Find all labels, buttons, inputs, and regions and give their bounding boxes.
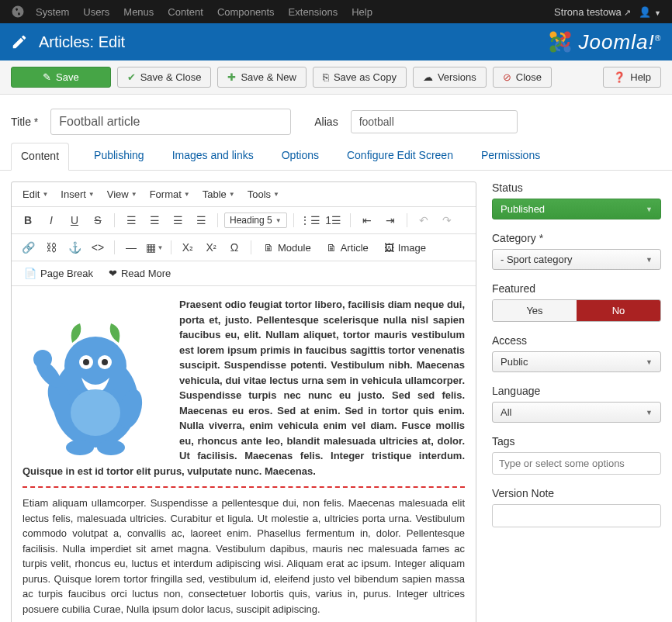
align-center-button[interactable]: ☰ (144, 211, 165, 230)
indent-button[interactable]: ⇥ (380, 211, 400, 230)
outdent-button[interactable]: ⇤ (357, 211, 377, 230)
hr-button[interactable]: — (121, 238, 141, 257)
user-menu[interactable]: 👤 ▼ (639, 6, 661, 18)
site-name-link[interactable]: Strona testowa ↗ (554, 6, 631, 18)
editor-content-area[interactable]: Praesent odio feugiat tortor libero, fac… (12, 286, 476, 622)
readmore-button[interactable]: ❤Read More (102, 265, 177, 282)
check-icon: ✎ (43, 71, 51, 83)
align-left-button[interactable]: ☰ (121, 211, 141, 230)
subscript-button[interactable]: X₂ (178, 238, 198, 257)
featured-yes[interactable]: Yes (493, 300, 577, 321)
tab-images-links[interactable]: Images and links (169, 143, 257, 170)
check-icon: ✔ (127, 71, 136, 83)
editor-toolbar-2: 🔗 ⛓ ⚓ <> — ▦▼ X₂ X² Ω 🗎Module 🗎Article 🖼… (12, 234, 476, 261)
topnav-help[interactable]: Help (352, 6, 372, 18)
access-select[interactable]: Public▼ (492, 351, 661, 372)
editor-menu-tools[interactable]: Tools▼ (243, 186, 284, 202)
title-input[interactable] (50, 109, 291, 135)
alias-label: Alias (314, 116, 338, 128)
editor-menu-edit[interactable]: Edit▼ (18, 186, 53, 202)
status-select[interactable]: Published▼ (492, 199, 661, 219)
save-copy-button[interactable]: ⎘Save as Copy (313, 67, 407, 88)
editor-toolbar-3: 📄Page Break ❤Read More (12, 261, 476, 286)
anchor-button[interactable]: ⚓ (64, 238, 85, 257)
bold-button[interactable]: B (18, 211, 38, 230)
tags-label: Tags (492, 435, 661, 447)
help-button[interactable]: ❓Help (603, 67, 661, 88)
redo-button[interactable]: ↷ (437, 211, 457, 230)
insert-article-button[interactable]: 🗎Article (320, 240, 375, 256)
unlink-button[interactable]: ⛓ (41, 238, 61, 257)
topnav-menu: System Users Menus Content Components Ex… (36, 6, 372, 18)
topnav-menus[interactable]: Menus (123, 6, 154, 18)
number-list-button[interactable]: 1☰ (324, 211, 344, 230)
link-button[interactable]: 🔗 (18, 238, 38, 257)
editor-menu-view[interactable]: View▼ (102, 186, 142, 202)
align-justify-button[interactable]: ☰ (191, 211, 211, 230)
superscript-button[interactable]: X² (201, 238, 221, 257)
save-new-button[interactable]: ✚Save & New (217, 67, 307, 88)
access-label: Access (492, 334, 661, 347)
pagebreak-button[interactable]: 📄Page Break (18, 265, 99, 282)
format-select[interactable]: Heading 5▼ (224, 213, 287, 228)
svg-point-14 (66, 440, 94, 455)
sidebar-options: Status Published▼ Category * - Sport cat… (492, 181, 661, 622)
table-button[interactable]: ▦▼ (144, 238, 165, 257)
editor-menu-table[interactable]: Table▼ (198, 186, 240, 202)
close-button[interactable]: ⊘Close (493, 67, 552, 88)
version-note-label: Version Note (492, 487, 661, 499)
save-close-button[interactable]: ✔Save & Close (117, 67, 212, 88)
action-toolbar: ✎Save ✔Save & Close ✚Save & New ⎘Save as… (0, 60, 672, 95)
chevron-down-icon: ▼ (646, 409, 653, 416)
special-char-button[interactable]: Ω (224, 238, 244, 257)
language-select[interactable]: All▼ (492, 402, 661, 423)
version-note-input[interactable] (492, 504, 661, 527)
tab-publishing[interactable]: Publishing (91, 143, 147, 170)
editor-menu-format[interactable]: Format▼ (145, 186, 195, 202)
underline-button[interactable]: U (64, 211, 85, 230)
topnav-extensions[interactable]: Extensions (289, 6, 338, 18)
svg-point-7 (83, 359, 89, 365)
pagebreak-icon: 📄 (24, 268, 36, 279)
stack-icon: ☁ (423, 71, 433, 83)
chevron-down-icon: ▼ (646, 206, 653, 213)
edit-tabs: Content Publishing Images and links Opti… (0, 143, 672, 171)
article-paragraph-2: Etiam aliquam ullamcorper. Suspendisse a… (23, 496, 465, 617)
topnav-users[interactable]: Users (83, 6, 109, 18)
svg-point-16 (71, 389, 120, 436)
external-link-icon: ↗ (624, 8, 631, 17)
image-icon: 🖼 (384, 242, 394, 254)
editor-toolbar-1: B I U S ☰ ☰ ☰ ☰ Heading 5▼ ⋮☰ 1☰ ⇤ ⇥ ↶ ↷ (12, 207, 476, 234)
featured-label: Featured (492, 282, 661, 295)
category-select[interactable]: - Sport category▼ (492, 249, 661, 270)
featured-toggle[interactable]: Yes No (492, 299, 661, 322)
topnav-components[interactable]: Components (217, 6, 275, 18)
featured-no[interactable]: No (577, 300, 660, 321)
joomla-brand-text: Joomla!® (579, 30, 661, 54)
tags-input[interactable] (492, 452, 661, 475)
align-right-button[interactable]: ☰ (168, 211, 188, 230)
monster-image (26, 300, 165, 455)
save-button[interactable]: ✎Save (11, 67, 111, 88)
undo-button[interactable]: ↶ (414, 211, 434, 230)
title-alias-row: Title * Alias (0, 95, 672, 143)
code-button[interactable]: <> (88, 238, 108, 257)
bullet-list-button[interactable]: ⋮☰ (300, 211, 320, 230)
alias-input[interactable] (351, 110, 518, 133)
insert-image-button[interactable]: 🖼Image (378, 240, 432, 256)
versions-button[interactable]: ☁Versions (413, 67, 487, 88)
topnav-content[interactable]: Content (168, 6, 203, 18)
italic-button[interactable]: I (41, 211, 61, 230)
tab-configure-edit[interactable]: Configure Edit Screen (344, 143, 456, 170)
strikethrough-button[interactable]: S (88, 211, 108, 230)
tab-content[interactable]: Content (11, 143, 69, 171)
editor-menu-insert[interactable]: Insert▼ (56, 186, 99, 202)
language-label: Language (492, 385, 661, 397)
page-header: Articles: Edit Joomla!® (0, 23, 672, 60)
topnav-system[interactable]: System (36, 6, 69, 18)
file-icon: 🗎 (264, 242, 274, 254)
tab-permissions[interactable]: Permissions (478, 143, 543, 170)
cancel-icon: ⊘ (503, 71, 511, 83)
tab-options[interactable]: Options (279, 143, 322, 170)
insert-module-button[interactable]: 🗎Module (258, 240, 317, 256)
